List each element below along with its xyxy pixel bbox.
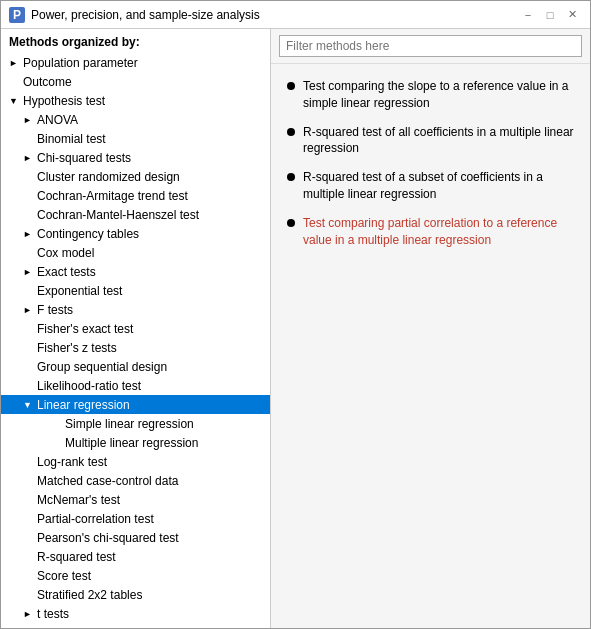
chevron-right-icon: ►	[9, 58, 23, 68]
tree-container[interactable]: ►Population parameterOutcome▼Hypothesis …	[1, 53, 270, 628]
tree-item-f-tests[interactable]: ►F tests	[1, 300, 270, 319]
tree-item-stratified-2x2[interactable]: Stratified 2x2 tables	[1, 585, 270, 604]
tree-item-likelihood-ratio[interactable]: Likelihood-ratio test	[1, 376, 270, 395]
tree-item-hypothesis-test[interactable]: ▼Hypothesis test	[1, 91, 270, 110]
tree-item-exponential-test[interactable]: Exponential test	[1, 281, 270, 300]
tree-item-multiple-linear[interactable]: Multiple linear regression	[1, 433, 270, 452]
tree-item-cluster-randomized[interactable]: Cluster randomized design	[1, 167, 270, 186]
bullet-icon	[287, 219, 295, 227]
close-button[interactable]: ✕	[562, 6, 582, 24]
chevron-down-icon: ▼	[9, 96, 23, 106]
tree-item-label: Wald test	[37, 626, 266, 629]
tree-item-log-rank-test[interactable]: Log-rank test	[1, 452, 270, 471]
tree-item-label: Contingency tables	[37, 227, 266, 241]
tree-item-label: Hypothesis test	[23, 94, 266, 108]
tree-item-label: Cox model	[37, 246, 266, 260]
tree-item-matched-case[interactable]: Matched case-control data	[1, 471, 270, 490]
tree-item-label: Matched case-control data	[37, 474, 266, 488]
title-bar: P Power, precision, and sample-size anal…	[1, 1, 590, 29]
main-window: P Power, precision, and sample-size anal…	[0, 0, 591, 629]
tree-item-group-sequential[interactable]: Group sequential design	[1, 357, 270, 376]
left-panel-header: Methods organized by:	[1, 29, 270, 53]
tree-item-anova[interactable]: ►ANOVA	[1, 110, 270, 129]
filter-input[interactable]	[279, 35, 582, 57]
method-item-r-squared-all[interactable]: R-squared test of all coefficients in a …	[283, 118, 578, 164]
app-icon: P	[9, 7, 25, 23]
tree-item-label: Exponential test	[37, 284, 266, 298]
chevron-right-icon: ►	[23, 305, 37, 315]
tree-item-cochran-armitage[interactable]: Cochran-Armitage trend test	[1, 186, 270, 205]
tree-item-chi-squared-tests[interactable]: ►Chi-squared tests	[1, 148, 270, 167]
tree-item-label: F tests	[37, 303, 266, 317]
method-text: R-squared test of all coefficients in a …	[303, 124, 574, 158]
bullet-icon	[287, 128, 295, 136]
tree-item-cox-model[interactable]: Cox model	[1, 243, 270, 262]
tree-item-simple-linear[interactable]: Simple linear regression	[1, 414, 270, 433]
tree-item-label: Cochran-Mantel-Haenszel test	[37, 208, 266, 222]
method-item-partial-corr-ref[interactable]: Test comparing partial correlation to a …	[283, 209, 578, 255]
method-text: R-squared test of a subset of coefficien…	[303, 169, 574, 203]
chevron-right-icon: ►	[23, 229, 37, 239]
tree-item-exact-tests[interactable]: ►Exact tests	[1, 262, 270, 281]
tree-item-label: Fisher's exact test	[37, 322, 266, 336]
tree-item-label: Cluster randomized design	[37, 170, 266, 184]
method-item-r-squared-subset[interactable]: R-squared test of a subset of coefficien…	[283, 163, 578, 209]
left-panel: Methods organized by: ►Population parame…	[1, 29, 271, 628]
tree-item-label: Score test	[37, 569, 266, 583]
chevron-down-icon: ▼	[23, 400, 37, 410]
tree-item-partial-correlation[interactable]: Partial-correlation test	[1, 509, 270, 528]
method-item-slope-ref[interactable]: Test comparing the slope to a reference …	[283, 72, 578, 118]
tree-item-linear-regression[interactable]: ▼Linear regression	[1, 395, 270, 414]
tree-item-label: Cochran-Armitage trend test	[37, 189, 266, 203]
tree-item-label: Group sequential design	[37, 360, 266, 374]
chevron-right-icon: ►	[23, 153, 37, 163]
tree-item-cochran-mantel[interactable]: Cochran-Mantel-Haenszel test	[1, 205, 270, 224]
tree-item-mcnemar[interactable]: McNemar's test	[1, 490, 270, 509]
filter-bar	[271, 29, 590, 64]
tree-item-label: Multiple linear regression	[65, 436, 266, 450]
tree-item-label: Stratified 2x2 tables	[37, 588, 266, 602]
method-text: Test comparing the slope to a reference …	[303, 78, 574, 112]
tree-item-label: Partial-correlation test	[37, 512, 266, 526]
tree-item-label: Chi-squared tests	[37, 151, 266, 165]
tree-item-label: Likelihood-ratio test	[37, 379, 266, 393]
tree-item-label: Population parameter	[23, 56, 266, 70]
minimize-button[interactable]: −	[518, 6, 538, 24]
window-title: Power, precision, and sample-size analys…	[31, 8, 260, 22]
tree-item-label: R-squared test	[37, 550, 266, 564]
tree-item-wald-test[interactable]: Wald test	[1, 623, 270, 628]
tree-item-label: McNemar's test	[37, 493, 266, 507]
tree-item-score-test[interactable]: Score test	[1, 566, 270, 585]
tree-item-pop-param[interactable]: ►Population parameter	[1, 53, 270, 72]
tree-item-outcome[interactable]: Outcome	[1, 72, 270, 91]
chevron-right-icon: ►	[23, 115, 37, 125]
tree-item-fishers-z-tests[interactable]: Fisher's z tests	[1, 338, 270, 357]
methods-list: Test comparing the slope to a reference …	[271, 64, 590, 628]
tree-item-r-squared-test[interactable]: R-squared test	[1, 547, 270, 566]
chevron-right-icon: ►	[23, 609, 37, 619]
tree-item-t-tests[interactable]: ►t tests	[1, 604, 270, 623]
title-controls: − □ ✕	[518, 6, 582, 24]
tree-item-label: Pearson's chi-squared test	[37, 531, 266, 545]
bullet-icon	[287, 82, 295, 90]
tree-item-pearsons-chi[interactable]: Pearson's chi-squared test	[1, 528, 270, 547]
tree-item-fishers-exact-test[interactable]: Fisher's exact test	[1, 319, 270, 338]
tree-item-contingency-tables[interactable]: ►Contingency tables	[1, 224, 270, 243]
bullet-icon	[287, 173, 295, 181]
tree-item-label: Simple linear regression	[65, 417, 266, 431]
title-bar-left: P Power, precision, and sample-size anal…	[9, 7, 260, 23]
tree-item-label: Log-rank test	[37, 455, 266, 469]
tree-item-binomial-test[interactable]: Binomial test	[1, 129, 270, 148]
content-area: Methods organized by: ►Population parame…	[1, 29, 590, 628]
tree-item-label: ANOVA	[37, 113, 266, 127]
tree-item-label: Exact tests	[37, 265, 266, 279]
tree-item-label: Outcome	[23, 75, 266, 89]
maximize-button[interactable]: □	[540, 6, 560, 24]
tree-item-label: Fisher's z tests	[37, 341, 266, 355]
right-panel: Test comparing the slope to a reference …	[271, 29, 590, 628]
tree-item-label: Linear regression	[37, 398, 266, 412]
tree-item-label: t tests	[37, 607, 266, 621]
chevron-right-icon: ►	[23, 267, 37, 277]
tree-item-label: Binomial test	[37, 132, 266, 146]
method-text: Test comparing partial correlation to a …	[303, 215, 574, 249]
